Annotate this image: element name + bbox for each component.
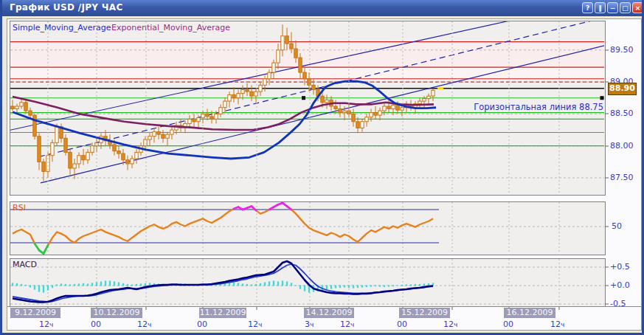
date-badge: 14.12.2009 [304, 308, 354, 318]
price-tick-88-00: 88.00 [610, 141, 634, 151]
chart-canvas[interactable] [2, 0, 644, 335]
rsi-tick-50: 50 [612, 221, 622, 231]
date-badge: 16.12.2009 [504, 308, 555, 318]
date-badge: 15.12.2009 [399, 308, 450, 318]
time-tick: 00 [197, 320, 207, 329]
time-tick: 00 [503, 320, 513, 329]
macd-tick-plus05: +0.5 [610, 262, 630, 272]
macd-tick-minus05: -0.5 [610, 299, 626, 308]
macd-panel-label: MACD [13, 260, 37, 269]
time-tick: 12ч [248, 320, 262, 329]
price-tick-88-50: 88.50 [610, 108, 634, 118]
rsi-panel-label: RSI [13, 203, 26, 213]
time-tick: 12ч [137, 320, 151, 329]
app-window: График USD /JPY ЧАС ? ‖ − □ × Simple_Mov… [0, 0, 644, 335]
legend-sma[interactable]: Simple_Moving_Average [13, 23, 111, 32]
legend-ema[interactable]: Exponential_Moving_Average [111, 23, 230, 32]
time-tick: 12ч [340, 320, 354, 329]
horizontal-line-annotation[interactable]: Горизонтальная линия 88.75 [401, 102, 603, 112]
date-badge: 10.12.2009 [91, 308, 142, 318]
time-tick: 12ч [550, 320, 564, 329]
macd-tick-zero: +0.0 [610, 280, 630, 290]
time-tick: 3ч [305, 320, 314, 329]
time-tick: 00 [91, 320, 101, 329]
price-tick-87-50: 87.50 [610, 173, 634, 182]
time-tick: 00 [397, 320, 407, 329]
current-price-badge: 88.90 [608, 83, 637, 95]
price-tick-89-50: 89.50 [610, 45, 634, 55]
date-badge: 11.12.2009 [199, 308, 246, 318]
time-tick: 12ч [39, 320, 53, 329]
time-tick: 12ч [443, 320, 457, 329]
date-badge: 9.12.2009 [10, 308, 60, 318]
